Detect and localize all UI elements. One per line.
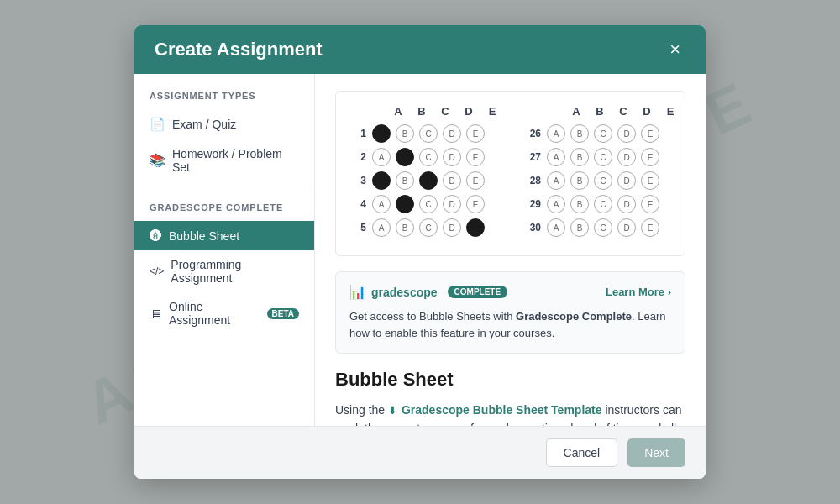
gs-banner-top: 📊 gradescope COMPLETE Learn More ›: [349, 284, 671, 300]
modal-header: Create Assignment ×: [134, 25, 706, 74]
bubble-sheet-preview: A B C D E 1 B C D E: [335, 91, 685, 256]
bubble-header-left: A B C D E: [349, 105, 504, 118]
bubble-3-D: D: [443, 171, 461, 190]
bubble-row-29: 29 A B C D E: [524, 195, 682, 213]
bubble-27-A: A: [547, 148, 565, 166]
bubble-29-E: E: [641, 195, 659, 213]
bubble-28-E: E: [641, 171, 659, 190]
bubble-5-D: D: [443, 218, 461, 237]
cancel-button[interactable]: Cancel: [546, 438, 618, 467]
bubble-30-B: B: [570, 218, 589, 237]
bubble-row-4: 4 A C D E: [349, 195, 504, 213]
bubble-27-E: E: [641, 148, 659, 166]
bubble-5-C: C: [419, 218, 438, 237]
main-content: A B C D E 1 B C D E: [315, 74, 706, 477]
bubble-29-D: D: [617, 195, 636, 213]
col-label-E-right: E: [659, 105, 682, 118]
bubble-26-B: B: [570, 124, 589, 143]
bubble-2-A: A: [372, 148, 391, 166]
bubble-sheet-icon: 🅐: [150, 228, 162, 243]
modal-close-button[interactable]: ×: [664, 39, 685, 60]
sidebar-item-exam-quiz[interactable]: 📄 Exam / Quiz: [134, 109, 314, 139]
bubble-30-C: C: [594, 218, 612, 237]
bubble-27-D: D: [617, 148, 636, 166]
bubble-27-B: B: [570, 148, 589, 166]
col-label-B-right: B: [588, 105, 612, 118]
gs-chart-icon: 📊: [349, 284, 366, 300]
bubble-row-28: 28 A B C D E: [524, 171, 682, 190]
gs-learn-more-link[interactable]: Learn More ›: [606, 286, 671, 298]
bubble-26-A: A: [547, 124, 565, 143]
bubble-30-E: E: [641, 218, 659, 237]
bubble-1-C: C: [419, 124, 438, 143]
gs-logo-text: gradescope: [371, 286, 438, 299]
bubble-1-A: [372, 124, 391, 143]
sidebar-item-homework-label: Homework / Problem Set: [172, 147, 299, 174]
exam-icon: 📄: [150, 117, 165, 132]
bubble-30-D: D: [617, 218, 636, 237]
bubble-3-E: E: [466, 171, 485, 190]
bubble-3-A: [372, 171, 391, 190]
bubble-4-D: D: [443, 195, 461, 213]
bubble-2-E: E: [466, 148, 485, 166]
sidebar-item-bubble-sheet-label: Bubble Sheet: [169, 229, 239, 243]
col-label-D-right: D: [635, 105, 659, 118]
bubble-row-2: 2 A C D E: [349, 148, 504, 166]
homework-icon: 📚: [150, 153, 165, 168]
bubble-28-D: D: [617, 171, 636, 190]
bubble-27-C: C: [594, 148, 612, 166]
bubble-header-right: A B C D E: [524, 105, 682, 118]
bubble-4-C: C: [419, 195, 438, 213]
bubble-30-A: A: [547, 218, 565, 237]
bubble-row-26: 26 A B C D E: [524, 124, 682, 143]
bubble-row-1: 1 B C D E: [349, 124, 504, 143]
sidebar-item-online[interactable]: 🖥 Online Assignment BETA: [134, 292, 314, 334]
next-button[interactable]: Next: [627, 438, 685, 467]
sidebar-item-exam-label: Exam / Quiz: [172, 118, 236, 131]
bubble-29-B: B: [570, 195, 589, 213]
sidebar-item-homework[interactable]: 📚 Homework / Problem Set: [134, 139, 314, 181]
sidebar-divider: [134, 192, 314, 192]
bubble-28-A: A: [547, 171, 565, 190]
online-icon: 🖥: [150, 307, 162, 321]
bubble-26-E: E: [641, 124, 659, 143]
template-link[interactable]: ⬇ Gradescope Bubble Sheet Template: [388, 403, 605, 417]
section-title-gradescope-complete: GRADESCOPE COMPLETE: [134, 202, 314, 221]
bubble-3-B: B: [396, 171, 414, 190]
modal-body: ASSIGNMENT TYPES 📄 Exam / Quiz 📚 Homewor…: [134, 74, 706, 477]
bubble-2-B: [396, 148, 414, 166]
sidebar: ASSIGNMENT TYPES 📄 Exam / Quiz 📚 Homewor…: [134, 74, 315, 477]
bubble-28-C: C: [594, 171, 612, 190]
bubble-2-C: C: [419, 148, 438, 166]
col-label-E-left: E: [480, 105, 504, 118]
bubble-row-27: 27 A B C D E: [524, 148, 682, 166]
bubble-26-D: D: [617, 124, 636, 143]
programming-icon: </>: [150, 265, 164, 277]
gradescope-complete-banner: 📊 gradescope COMPLETE Learn More › Get a…: [335, 271, 685, 354]
bubble-5-E: [466, 218, 485, 237]
col-label-C-right: C: [612, 105, 635, 118]
bubble-5-A: A: [372, 218, 391, 237]
bubble-3-C: [419, 171, 438, 190]
sidebar-item-programming[interactable]: </> Programming Assignment: [134, 250, 314, 292]
bubble-section-left: A B C D E 1 B C D E: [349, 105, 504, 242]
bubble-row-5: 5 A B C D: [349, 218, 504, 237]
modal-title: Create Assignment: [155, 39, 323, 60]
bubble-4-E: E: [466, 195, 485, 213]
modal-footer: Cancel Next: [134, 426, 706, 479]
bubble-row-3: 3 B D E: [349, 171, 504, 190]
bubble-5-B: B: [396, 218, 414, 237]
sidebar-item-bubble-sheet[interactable]: 🅐 Bubble Sheet: [134, 221, 314, 250]
bubble-26-C: C: [594, 124, 612, 143]
gs-banner-description: Get access to Bubble Sheets with Gradesc…: [349, 308, 671, 341]
create-assignment-modal: Create Assignment × ASSIGNMENT TYPES 📄 E…: [134, 25, 706, 479]
bubble-29-C: C: [594, 195, 612, 213]
bubble-row-30: 30 A B C D E: [524, 218, 682, 237]
bubble-28-B: B: [570, 171, 589, 190]
bubble-29-A: A: [547, 195, 565, 213]
bubble-2-D: D: [443, 148, 461, 166]
bubble-4-B: [396, 195, 414, 213]
gs-logo: 📊 gradescope COMPLETE: [349, 284, 507, 300]
col-label-A-right: A: [564, 105, 588, 118]
bubble-1-B: B: [396, 124, 414, 143]
